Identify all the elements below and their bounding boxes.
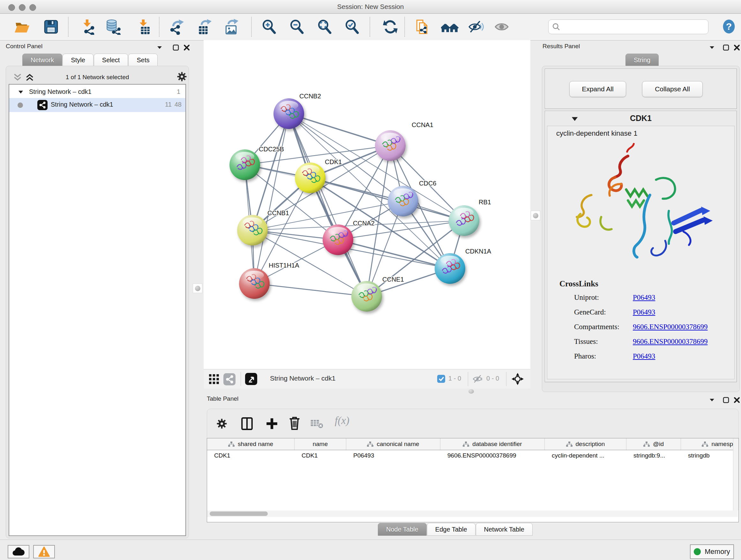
right-splitter-handle[interactable] (531, 211, 540, 220)
close-panel-icon[interactable] (733, 396, 741, 404)
export-network-button[interactable] (169, 19, 185, 35)
panel-menu-icon[interactable] (708, 44, 716, 52)
network-node-CCNB2[interactable] (273, 98, 304, 129)
show-all-button[interactable] (494, 19, 510, 35)
search-input[interactable] (562, 21, 704, 32)
crosslink-value[interactable]: 9606.ENSP00000378699 (633, 323, 708, 331)
network-node-RB1[interactable] (449, 205, 479, 236)
table-cell[interactable]: CDK1 (294, 450, 346, 461)
table-cell[interactable]: stringdb:9... (626, 450, 681, 461)
panel-menu-icon[interactable] (155, 44, 164, 52)
open-session-button[interactable] (14, 19, 30, 35)
float-panel-icon[interactable] (722, 396, 730, 404)
tab-select[interactable]: Select (94, 54, 128, 66)
collapse-all-button[interactable]: Collapse All (642, 81, 703, 97)
column-header--id[interactable]: @id (626, 438, 681, 450)
column-header-shared-name[interactable]: shared name (207, 438, 294, 450)
crosslink-value[interactable]: P06493 (633, 294, 655, 302)
table-toolbar: f(x) (207, 409, 739, 439)
import-network-from-file-button[interactable] (80, 19, 96, 35)
show-columns-icon[interactable] (240, 417, 254, 431)
tab-edge-table[interactable]: Edge Table (427, 523, 475, 536)
tab-node-table[interactable]: Node Table (378, 523, 427, 536)
tab-network-table[interactable]: Network Table (476, 523, 533, 536)
export-table-button[interactable] (196, 19, 212, 35)
column-header-namespace[interactable]: namespace (681, 438, 739, 450)
network-row-selected[interactable]: String Network – cdk1 11 48 (9, 98, 185, 112)
network-overview-icon[interactable] (223, 373, 235, 385)
birds-eye-view-icon[interactable] (511, 373, 524, 385)
expand-all-button[interactable]: Expand All (569, 81, 626, 97)
network-collection-row[interactable]: String Network – cdk1 1 (9, 86, 185, 98)
refresh-view-button[interactable] (382, 19, 398, 35)
column-header-name[interactable]: name (294, 438, 346, 450)
toolbar-separator (369, 17, 370, 37)
gear-icon[interactable] (177, 71, 187, 82)
horizontal-splitter-handle[interactable] (468, 389, 474, 394)
column-header-description[interactable]: description (545, 438, 626, 450)
network-node-HIST1H1A[interactable] (239, 268, 270, 299)
grid-view-icon[interactable] (209, 374, 219, 385)
import-network-from-database-button[interactable] (105, 19, 121, 35)
save-session-button[interactable] (43, 19, 59, 35)
warning-status-button[interactable] (33, 545, 55, 558)
export-image-button[interactable] (223, 19, 239, 35)
clone-network-button[interactable] (414, 19, 430, 35)
tree-expander-icon[interactable] (18, 90, 23, 94)
column-type-icon (463, 442, 469, 447)
delete-column-icon[interactable] (288, 416, 301, 431)
crosslink-value[interactable]: P06493 (633, 308, 655, 316)
table-cell[interactable]: cyclin-dependent ... (545, 450, 626, 461)
zoom-fit-button[interactable] (317, 19, 333, 35)
hidden-counts: 0 - 0 (486, 375, 499, 382)
column-header-database-identifier[interactable]: database identifier (441, 438, 545, 450)
network-node-CCNE1[interactable] (351, 281, 382, 312)
panel-menu-icon[interactable] (708, 396, 716, 404)
first-neighbors-button[interactable] (441, 19, 457, 35)
table-cell[interactable]: P06493 (346, 450, 441, 461)
hide-selected-button[interactable] (468, 19, 484, 35)
float-panel-icon[interactable] (722, 44, 730, 52)
add-column-icon[interactable] (265, 417, 279, 431)
network-node-CDKN1A[interactable] (434, 253, 465, 284)
table-cell[interactable]: CDK1 (207, 450, 294, 461)
warning-icon (38, 546, 50, 557)
network-node-CCNA1[interactable] (375, 130, 406, 161)
help-button[interactable]: ? (721, 18, 737, 34)
memory-button[interactable]: Memory (690, 544, 734, 559)
cloud-status-button[interactable] (8, 545, 29, 558)
tab-network[interactable]: Network (22, 54, 62, 66)
selected-checkbox-icon[interactable] (437, 375, 445, 383)
zoom-out-button[interactable] (289, 19, 305, 35)
search-field[interactable] (548, 19, 709, 34)
network-canvas[interactable]: CCNB2CCNA1CDC25BCDK1CDC6RB1CCNB1CCNA2CDK… (204, 40, 530, 369)
left-splitter-handle[interactable] (193, 284, 202, 293)
close-panel-icon[interactable] (183, 44, 191, 52)
table-hscrollbar-track[interactable] (207, 510, 738, 517)
crosslink-value[interactable]: P06493 (633, 352, 655, 361)
table-cell[interactable]: 9606.ENSP00000378699 (441, 450, 545, 461)
table-gear-icon[interactable] (216, 418, 227, 429)
table-hscrollbar-thumb[interactable] (210, 511, 268, 516)
crosslink-value[interactable]: 9606.ENSP00000378699 (633, 337, 708, 346)
two-homes-icon (441, 19, 459, 35)
network-node-CDC6[interactable] (388, 186, 418, 216)
table-cell[interactable]: stringdb (681, 450, 739, 461)
float-panel-icon[interactable] (172, 44, 180, 52)
close-panel-icon[interactable] (733, 44, 741, 52)
zoom-selected-button[interactable] (344, 19, 360, 35)
zoom-in-button[interactable] (261, 19, 277, 35)
import-table-from-file-button[interactable] (136, 19, 152, 35)
network-node-CDK1[interactable] (295, 163, 326, 193)
tab-style[interactable]: Style (63, 54, 93, 66)
table-vscrollbar-track[interactable] (733, 438, 738, 510)
string-results-content: Expand All Collapse All CDK1 cyclin-depe… (542, 66, 740, 392)
network-node-CCNA2[interactable] (323, 225, 353, 255)
detach-view-icon[interactable] (245, 373, 257, 385)
column-header-canonical-name[interactable]: canonical name (346, 438, 441, 450)
tab-sets[interactable]: Sets (128, 54, 158, 66)
tab-string[interactable]: String (625, 54, 659, 66)
network-node-CCNB1[interactable] (237, 215, 268, 246)
table-row[interactable]: CDK1CDK1P064939606.ENSP00000378699cyclin… (207, 450, 739, 461)
network-node-CDC25B[interactable] (229, 149, 260, 180)
